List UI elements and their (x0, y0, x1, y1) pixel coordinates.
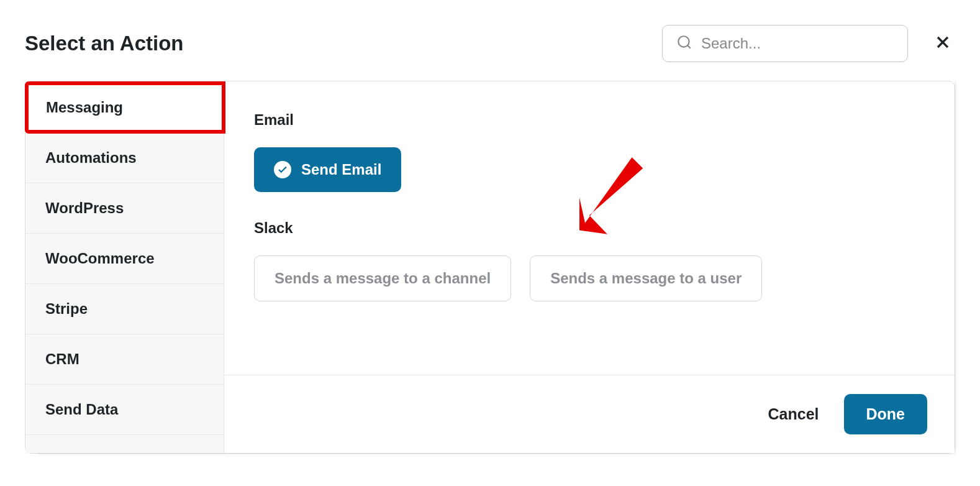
svg-point-0 (678, 36, 689, 47)
sidebar-item-label: WooCommerce (45, 250, 155, 267)
sidebar-item-messaging[interactable]: Messaging (25, 81, 225, 134)
modal-footer: Cancel Done (224, 375, 955, 453)
done-button[interactable]: Done (844, 394, 928, 434)
check-icon (274, 161, 291, 178)
sidebar-item-stripe[interactable]: Stripe (25, 284, 224, 334)
action-panel: Messaging Automations WordPress WooComme… (25, 81, 955, 454)
sidebar-item-automations[interactable]: Automations (25, 133, 224, 183)
section-title-slack: Slack (254, 219, 925, 237)
svg-line-1 (687, 45, 691, 48)
sidebar-item-label: CRM (45, 351, 79, 367)
sidebar-item-label: Send Data (45, 401, 118, 418)
action-label: Send Email (301, 161, 381, 178)
sidebar-item-send-data[interactable]: Send Data (25, 385, 224, 435)
modal-title: Select an Action (25, 32, 184, 55)
sidebar-item-woocommerce[interactable]: WooCommerce (25, 234, 224, 284)
action-label: Sends a message to a user (550, 270, 742, 287)
action-send-email[interactable]: Send Email (254, 147, 401, 192)
close-button[interactable] (930, 30, 955, 57)
section-title-email: Email (254, 111, 925, 129)
action-label: Sends a message to a channel (274, 270, 491, 287)
search-box[interactable] (662, 25, 908, 62)
sidebar-item-label: Automations (45, 149, 137, 166)
sidebar-item-crm[interactable]: CRM (25, 334, 224, 385)
cancel-button[interactable]: Cancel (768, 405, 819, 423)
action-slack-user[interactable]: Sends a message to a user (530, 255, 762, 301)
modal-header: Select an Action (25, 25, 955, 62)
search-input[interactable] (701, 35, 894, 52)
category-sidebar: Messaging Automations WordPress WooComme… (25, 81, 224, 453)
action-slack-channel[interactable]: Sends a message to a channel (254, 255, 511, 301)
sidebar-item-wordpress[interactable]: WordPress (25, 183, 224, 234)
sidebar-item-label: Messaging (46, 99, 123, 116)
search-icon (676, 34, 692, 53)
sidebar-item-label: Stripe (45, 300, 88, 317)
sidebar-item-label: WordPress (45, 199, 124, 216)
